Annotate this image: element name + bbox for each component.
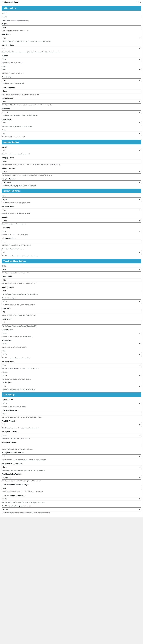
nav-fsbutton-hint: Select if the slider full screen button … — [2, 244, 141, 246]
thumb-position-select[interactable]: Bottom — [2, 342, 141, 346]
section-thumbnail-header: Thumbnail Slider Settings — [2, 259, 141, 264]
section-text-header: Text Settings — [2, 392, 141, 397]
thumb-position-hint: Sets the position of the thumbnail slide… — [2, 346, 141, 348]
thumb-slider-select[interactable]: Hide — [2, 268, 141, 272]
nav-arrows-hint: Select if the Arrows will be displayed o… — [2, 202, 141, 204]
thumb-arrowshover-select[interactable]: Yes — [2, 363, 141, 367]
waitlayers-label: Wait For Layers : — [2, 97, 141, 99]
nav-keyboard-select[interactable]: Yes — [2, 229, 141, 233]
thumb-text-label: Thumbnail Text : — [2, 329, 141, 331]
autoslidesize-hint: Select if all the slides are at the same… — [2, 51, 141, 53]
fade-hint: Select if the slider will be Fade effect… — [2, 136, 141, 138]
autoslidesize-select[interactable]: No — [2, 47, 141, 50]
thumb-arrows-select[interactable]: Show — [2, 352, 141, 356]
height-input[interactable] — [2, 25, 141, 29]
text-bgcorner-select[interactable]: Square — [2, 508, 141, 511]
nav-fshover-label: FullScreen Button on Hover : — [2, 248, 141, 250]
nav-fsbutton-label: FullScreen Button : — [2, 238, 141, 239]
autoplay-select[interactable]: Yes — [2, 149, 141, 152]
loop-select[interactable]: Yes — [2, 68, 141, 72]
nav-fshover-select[interactable]: Yes — [2, 250, 141, 254]
thumb-imgheight-input[interactable] — [2, 321, 141, 324]
thumb-colheight-label: Column Height : — [2, 286, 141, 288]
autoplay-label: Autoplay : — [2, 146, 141, 148]
thumb-colheight-input[interactable] — [2, 289, 141, 293]
thumb-imgwidth-input[interactable] — [2, 310, 141, 314]
thumb-text-select[interactable]: Show — [2, 331, 141, 335]
autoheight-hint: Indicates if height of the slider will b… — [2, 40, 141, 42]
text-titleonslider-label: Title on Slider : — [2, 399, 141, 401]
waitlayers-select[interactable]: Yes — [2, 100, 141, 104]
text-position-select[interactable]: Bottom Left — [2, 476, 141, 480]
autoplaydelay-input[interactable] — [2, 159, 141, 163]
fade-select[interactable]: Yes — [2, 132, 141, 135]
thumb-imgheight-label: Image Height : — [2, 318, 141, 320]
text-titleonslider-select[interactable]: Show — [2, 401, 141, 405]
autoheight-select[interactable]: Yes — [2, 36, 141, 40]
panel-body: Slider Settings Width :Set the Width of … — [0, 4, 143, 517]
imagescale-hint: The scale mode for images ( cover, conta… — [2, 94, 141, 96]
thumb-arrows-label: Arrows : — [2, 350, 141, 352]
thumb-pointer-hint: Select if the Thumbnails Pointer are dis… — [2, 378, 141, 380]
text-deschideanim-hint: Select the position where the Descriptio… — [2, 470, 141, 472]
text-titleshowanim-label: Title Show Animation : — [2, 410, 141, 412]
touchswipe-select[interactable]: Yes — [2, 121, 141, 125]
panel-up-icon[interactable]: ▴ — [135, 1, 137, 3]
centerimage-select[interactable]: Yes — [2, 78, 141, 82]
width-label: Width : — [2, 12, 141, 14]
text-descshowanim-select[interactable]: Up — [2, 454, 141, 458]
text-desconslider-select[interactable]: Show — [2, 433, 141, 437]
nav-buttons-hint: Select if the Buttons will be displayed. — [2, 223, 141, 225]
text-animdelay-input[interactable] — [2, 486, 141, 490]
text-titleshowanim-select[interactable]: Down — [2, 412, 141, 416]
loop-hint: Select if the slider will be loopable. — [2, 72, 141, 74]
text-deschideanim-label: Description Hide Animation : — [2, 463, 141, 464]
panel-toggle-icon[interactable]: ▴ — [140, 1, 141, 3]
imagescale-select[interactable]: Cover — [2, 89, 141, 93]
fade-label: Fade : — [2, 129, 141, 131]
text-titlehideanim-select[interactable]: Up — [2, 422, 141, 426]
panel-down-icon[interactable]: ▾ — [138, 1, 139, 3]
shuffle-select[interactable]: Yes — [2, 57, 141, 61]
text-descshowanim-label: Description Show Animation : — [2, 452, 141, 454]
thumb-images-select[interactable]: Show — [2, 300, 141, 303]
nav-buttons-select[interactable]: Show — [2, 219, 141, 222]
touchswipe-label: TouchSwipe : — [2, 118, 141, 120]
autoplaydelay-label: Autoplay Delay : — [2, 157, 141, 158]
nav-fsbutton-select[interactable]: Show — [2, 240, 141, 244]
text-bg-select[interactable]: Black — [2, 497, 141, 501]
centerimage-hint: Select if the image will be centered. — [2, 83, 141, 85]
autoplaydir-select[interactable]: Backwords — [2, 180, 141, 184]
autoplayhover-label: Autoplay on Hover : — [2, 167, 141, 169]
shuffle-label: Shuffle : — [2, 55, 141, 57]
imagescale-label: Image Scale Mode : — [2, 87, 141, 88]
text-desconslider-label: Description on Slider : — [2, 431, 141, 432]
thumb-touchswipe-select[interactable]: Yes — [2, 384, 141, 388]
text-titleshowanim-hint: Select the position where the Title will… — [2, 416, 141, 418]
centerimage-label: Center Image : — [2, 76, 141, 78]
thumb-pointer-select[interactable]: Show — [2, 374, 141, 378]
nav-arrows-select[interactable]: Show — [2, 198, 141, 201]
width-input[interactable] — [2, 15, 141, 19]
section-slider-header: Slider Settings — [2, 6, 141, 10]
text-titlehideanim-label: Title Hide Animation : — [2, 420, 141, 422]
text-bgcorner-label: Title / Description Background Corner : — [2, 505, 141, 507]
text-desclength-input[interactable] — [2, 444, 141, 448]
orientation-select[interactable]: Horizontal — [2, 110, 141, 114]
autoplayhover-hint: Select if the slide autoplay will be pau… — [2, 174, 141, 176]
thumb-images-label: Thumbnail Images : — [2, 297, 141, 299]
thumb-imgwidth-hint: Sets the width of the thumbnail image ( … — [2, 314, 141, 316]
height-label: Height : — [2, 23, 141, 25]
autoplaydir-hint: Select if the slide autoplay will be Nor… — [2, 185, 141, 187]
nav-keyboard-hint: Select if the the slider move using Keyb… — [2, 234, 141, 236]
waitlayers-hint: Select if the slider will wait for the l… — [2, 104, 141, 106]
text-descshowanim-hint: Select the position where the Descriptio… — [2, 459, 141, 461]
thumb-arrowshover-hint: Select if the Thumbnails Arrows will be … — [2, 368, 141, 370]
section-navigation-header: Navigation Settings — [2, 188, 141, 193]
text-deschideanim-select[interactable]: Down — [2, 465, 141, 469]
thumb-colwidth-input[interactable] — [2, 278, 141, 282]
nav-arrowshover-select[interactable]: Yes — [2, 208, 141, 212]
autoplayhover-select[interactable]: Pause — [2, 170, 141, 174]
autoplaydir-label: Autoplay Direction : — [2, 178, 141, 180]
thumb-text-hint: Select if the text are displayed in thum… — [2, 336, 141, 338]
